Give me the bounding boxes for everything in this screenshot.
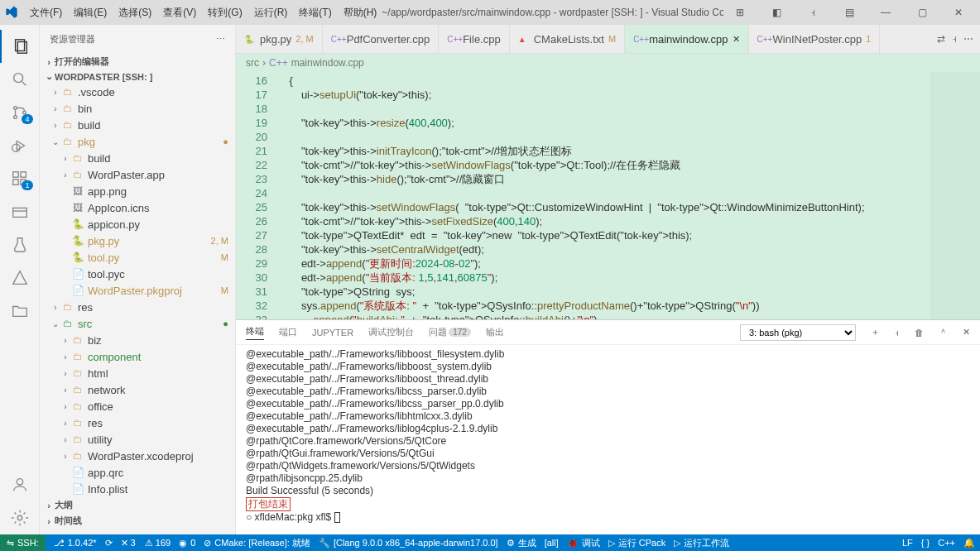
cmake-status[interactable]: ⊘ CMake: [Release]: 就绪 bbox=[204, 537, 310, 549]
layout2-icon[interactable]: ⫞ bbox=[796, 7, 829, 18]
debug-button[interactable]: 🐞 调试 bbox=[567, 537, 600, 549]
tree-item[interactable]: ›🗀bin bbox=[40, 100, 235, 117]
tree-item[interactable]: 🐍appicon.py bbox=[40, 216, 235, 232]
breadcrumb-file[interactable]: mainwindow.cpp bbox=[291, 57, 364, 69]
tree-item[interactable]: ›🗀build bbox=[40, 117, 235, 133]
tree-item[interactable]: ⌄🗀src● bbox=[40, 315, 235, 332]
compare-icon[interactable]: ⇄ bbox=[937, 33, 945, 45]
tree-item[interactable]: 🖼app.png bbox=[40, 183, 235, 199]
explorer-icon[interactable] bbox=[0, 30, 40, 63]
split-icon[interactable]: ⫞ bbox=[952, 33, 957, 45]
kit-status[interactable]: 🔧 [Clang 9.0.0 x86_64-apple-darwin17.0.0… bbox=[319, 538, 498, 549]
editor-tab[interactable]: 🐍pkg.py2, M bbox=[236, 25, 323, 53]
problems-status[interactable]: ✕ 3 ⚠ 169 bbox=[121, 538, 171, 549]
tree-item[interactable]: ›🗀WordPaster.app bbox=[40, 166, 235, 183]
menu-view[interactable]: 查看(V) bbox=[158, 2, 201, 23]
cmake-icon[interactable] bbox=[0, 261, 40, 295]
test-icon[interactable] bbox=[0, 228, 40, 261]
menu-terminal[interactable]: 终端(T) bbox=[294, 2, 336, 23]
extensions-icon[interactable]: 1 bbox=[0, 162, 40, 195]
section-open-editors[interactable]: ›打开的编辑器 bbox=[40, 54, 235, 69]
panel-tab-output[interactable]: 输出 bbox=[486, 326, 504, 338]
panel-maximize-icon[interactable]: ＾ bbox=[939, 326, 948, 338]
tree-item[interactable]: 📄Info.plist bbox=[40, 481, 235, 497]
section-timeline[interactable]: ›时间线 bbox=[40, 513, 235, 529]
menu-go[interactable]: 转到(G) bbox=[203, 2, 247, 23]
section-outline[interactable]: ›大纲 bbox=[40, 497, 235, 513]
panel-close-icon[interactable]: ✕ bbox=[963, 327, 970, 338]
scm-icon[interactable]: 4 bbox=[0, 96, 40, 129]
minimap[interactable] bbox=[930, 72, 980, 319]
editor-tab[interactable]: C++WinINetPoster.cpp1 bbox=[749, 25, 881, 53]
ctest-button[interactable]: ▷ 运行工作流 bbox=[674, 537, 729, 549]
menu-file[interactable]: 文件(F) bbox=[25, 2, 67, 23]
debug-icon[interactable] bbox=[0, 129, 40, 162]
tree-item[interactable]: ›🗀office bbox=[40, 398, 235, 414]
tree-item[interactable]: ›🗀res bbox=[40, 299, 235, 315]
folder-icon[interactable] bbox=[0, 295, 40, 328]
enc-status[interactable]: { } bbox=[921, 538, 930, 548]
menu-help[interactable]: 帮助(H) bbox=[339, 2, 382, 23]
search-icon[interactable] bbox=[0, 63, 40, 96]
menu-run[interactable]: 运行(R) bbox=[249, 2, 293, 23]
terminal-selector[interactable]: 3: bash (pkg) bbox=[740, 324, 856, 341]
tree-item[interactable]: 🖼AppIcon.icns bbox=[40, 199, 235, 216]
sync-button[interactable]: ⟳ bbox=[105, 538, 113, 549]
git-branch[interactable]: ⎇ 1.0.42* bbox=[54, 538, 97, 549]
breadcrumb-folder[interactable]: src bbox=[246, 57, 259, 69]
tree-item[interactable]: ›🗀.vscode bbox=[40, 84, 235, 100]
toggle-panel-icon[interactable]: ⊞ bbox=[723, 7, 757, 18]
remote-icon[interactable] bbox=[0, 195, 40, 228]
editor-tab[interactable]: ▲CMakeLists.txtM bbox=[510, 25, 625, 53]
editor-tab[interactable]: C++PdfConverter.cpp bbox=[323, 25, 439, 53]
eol-status[interactable]: LF bbox=[902, 538, 913, 548]
tree-item[interactable]: 📄WordPaster.pkgprojM bbox=[40, 282, 235, 299]
tree-item[interactable]: ›🗀biz bbox=[40, 332, 235, 348]
tree-item[interactable]: ›🗀network bbox=[40, 381, 235, 398]
editor-tab[interactable]: C++File.cpp bbox=[439, 25, 510, 53]
sidebar-more-icon[interactable]: ⋯ bbox=[216, 34, 225, 45]
code-editor[interactable]: 161718192021222324252627282930313233 { u… bbox=[236, 72, 980, 319]
terminal-output[interactable]: @executable_path/../Frameworks/libboost_… bbox=[236, 345, 980, 534]
panel-tab-problems[interactable]: 问题172 bbox=[429, 326, 471, 338]
tree-item[interactable]: ⌄🗀pkg● bbox=[40, 133, 235, 150]
tree-item[interactable]: 📄tool.pyc bbox=[40, 266, 235, 282]
layout-icon[interactable]: ◧ bbox=[760, 7, 793, 18]
variant-status[interactable]: [all] bbox=[545, 538, 559, 548]
tree-item[interactable]: ›🗀res bbox=[40, 414, 235, 431]
code-body[interactable]: { ui->setupUi("tok-key">this); "tok-key"… bbox=[277, 72, 930, 319]
ports-status[interactable]: ◉ 0 bbox=[179, 538, 195, 549]
tree-item[interactable]: 🐍pkg.py2, M bbox=[40, 232, 235, 249]
tree-item[interactable]: ›🗀build bbox=[40, 150, 235, 166]
cpack-button[interactable]: ▷ 运行 CPack bbox=[608, 537, 665, 549]
menu-edit[interactable]: 编辑(E) bbox=[69, 2, 112, 23]
customize-icon[interactable]: ▤ bbox=[833, 7, 866, 18]
terminal-trash-icon[interactable]: 🗑 bbox=[915, 328, 924, 338]
panel-tab-debug[interactable]: 调试控制台 bbox=[368, 326, 414, 338]
lang-status[interactable]: C++ bbox=[938, 538, 955, 548]
settings-icon[interactable] bbox=[0, 501, 40, 534]
notifications-icon[interactable]: 🔔 bbox=[963, 538, 975, 549]
more-icon[interactable]: ⋯ bbox=[963, 33, 973, 45]
terminal-split-icon[interactable]: ⫞ bbox=[895, 328, 900, 338]
remote-indicator[interactable]: ⇋ SSH: bbox=[0, 534, 46, 551]
panel-tab-jupyter[interactable]: JUPYTER bbox=[312, 328, 353, 338]
panel-tab-ports[interactable]: 端口 bbox=[279, 326, 297, 338]
tree-item[interactable]: 📄app.qrc bbox=[40, 464, 235, 481]
breadcrumb[interactable]: src › C++ mainwindow.cpp bbox=[236, 54, 980, 72]
minimize-button[interactable]: — bbox=[869, 7, 902, 18]
tree-item[interactable]: 🐍tool.pyM bbox=[40, 249, 235, 266]
menu-select[interactable]: 选择(S) bbox=[113, 2, 156, 23]
maximize-button[interactable]: ▢ bbox=[906, 7, 939, 18]
tree-item[interactable]: ›🗀utility bbox=[40, 431, 235, 448]
close-button[interactable]: ✕ bbox=[942, 7, 975, 18]
account-icon[interactable] bbox=[0, 468, 40, 501]
tree-item[interactable]: ›🗀WordPaster.xcodeproj bbox=[40, 448, 235, 464]
editor-tab[interactable]: C++mainwindow.cpp✕ bbox=[625, 25, 748, 53]
build-button[interactable]: ⚙ 生成 bbox=[507, 537, 536, 549]
tree-item[interactable]: ›🗀component bbox=[40, 348, 235, 365]
section-workspace[interactable]: ⌄WORDPASTER [SSH: ] bbox=[40, 69, 235, 84]
tree-item[interactable]: ›🗀html bbox=[40, 365, 235, 381]
terminal-new-icon[interactable]: ＋ bbox=[871, 326, 880, 338]
panel-tab-terminal[interactable]: 终端 bbox=[246, 325, 264, 340]
